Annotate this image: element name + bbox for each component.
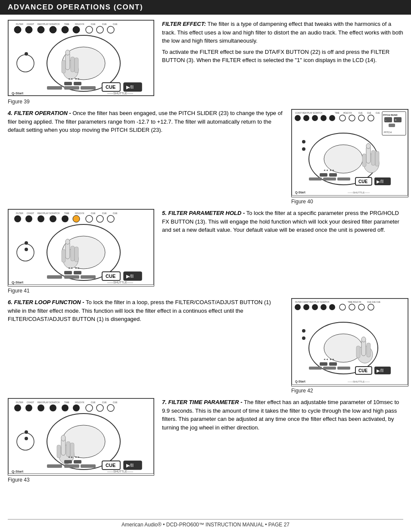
svg-point-13 <box>62 26 68 33</box>
svg-rect-79 <box>309 177 322 180</box>
figure-41-container: FILTER COAST REKYPLAY SCRATCH TIME HOLD … <box>8 209 154 294</box>
figure-39-svg: FILTER COAST REKYPLAY SCRATCH TIME HOLD … <box>8 20 154 96</box>
svg-text:FILTER: FILTER <box>16 212 23 215</box>
figure-41-label: Figure 41 <box>8 288 154 294</box>
svg-text:REKYPLAY SCRATCH: REKYPLAY SCRATCH <box>37 401 60 404</box>
svg-text:REKYPLAY SCRATCH: REKYPLAY SCRATCH <box>37 212 60 215</box>
svg-text:◄◄: ◄◄ <box>68 456 73 458</box>
svg-text:——SHUTTLE——: ——SHUTTLE—— <box>348 380 370 383</box>
filter-effect-text: FILTER EFFECT: The filter is a type of d… <box>162 20 403 67</box>
svg-rect-122 <box>64 275 79 279</box>
svg-point-193 <box>25 437 28 440</box>
figure-42-svg: FILTER COAST REKYPLAY SCRATCH TIME HOLD … <box>292 299 408 385</box>
svg-text:CUE: CUE <box>367 112 371 114</box>
filter-loop-title: 6. FILTER LOOP FUNCTION - <box>8 299 84 305</box>
figure-41-svg: FILTER COAST REKYPLAY SCRATCH TIME HOLD … <box>8 209 154 285</box>
footer-text: American Audio® • DCD-PRO600™ INSTRUCTIO… <box>121 522 290 528</box>
svg-rect-157 <box>323 367 336 370</box>
svg-point-192 <box>25 430 28 434</box>
svg-text:PITCH: PITCH <box>384 131 392 134</box>
svg-point-51 <box>321 115 327 121</box>
svg-point-175 <box>25 404 32 411</box>
svg-point-149 <box>361 337 366 342</box>
svg-text:CUE: CUE <box>91 401 96 404</box>
svg-text:TIME: TIME <box>64 212 70 215</box>
svg-rect-32 <box>47 86 62 90</box>
svg-point-143 <box>302 329 305 333</box>
svg-rect-150 <box>367 343 371 357</box>
svg-point-23 <box>65 50 70 55</box>
svg-text:CUE: CUE <box>113 23 118 25</box>
svg-point-98 <box>25 215 32 222</box>
filter-param-hold-title: 5. FILTER PARAMETER HOLD - <box>162 210 245 216</box>
svg-text:COAST: COAST <box>27 401 34 404</box>
svg-text:COAST REKYPLAY SCRATCH: COAST REKYPLAY SCRATCH <box>295 112 322 114</box>
figure-40-container: COAST REKYPLAY SCRATCH TIME HOLD FX CUE … <box>291 109 403 205</box>
svg-text:►►: ►► <box>75 267 80 269</box>
svg-point-142 <box>368 304 374 310</box>
svg-text:+: + <box>395 118 397 122</box>
svg-point-17 <box>107 26 114 33</box>
svg-text:——SHUTTLE——: ——SHUTTLE—— <box>348 191 370 194</box>
svg-text:TIME HOLD FX: TIME HOLD FX <box>348 301 361 303</box>
svg-point-97 <box>14 215 21 222</box>
svg-point-15 <box>86 26 93 33</box>
svg-rect-112 <box>71 246 75 261</box>
svg-text:TIME: TIME <box>64 401 70 404</box>
svg-point-55 <box>358 115 364 121</box>
svg-rect-63 <box>389 124 395 127</box>
svg-point-103 <box>86 215 93 222</box>
svg-point-138 <box>329 304 335 310</box>
svg-text:CUE: CUE <box>102 23 107 25</box>
svg-rect-197 <box>74 460 81 464</box>
svg-point-111 <box>65 239 70 244</box>
figure-43-container: FILTER COAST REKYPLAY SCRATCH TIME HOLD … <box>8 398 154 483</box>
svg-text:Q-Start: Q-Start <box>295 191 305 194</box>
svg-rect-74 <box>362 154 366 167</box>
svg-point-100 <box>50 215 56 222</box>
svg-point-136 <box>312 304 318 310</box>
svg-text:◄◄: ◄◄ <box>323 169 328 171</box>
svg-rect-30 <box>64 82 72 85</box>
svg-text:CUE: CUE <box>376 112 380 114</box>
svg-rect-72 <box>371 150 375 165</box>
svg-text:CUE: CUE <box>113 212 118 215</box>
figure-43-label: Figure 43 <box>8 477 154 483</box>
svg-rect-34 <box>81 86 96 90</box>
figure-42-container: FILTER COAST REKYPLAY SCRATCH TIME HOLD … <box>291 298 403 394</box>
svg-rect-25 <box>75 58 78 73</box>
figure-43-svg: FILTER COAST REKYPLAY SCRATCH TIME HOLD … <box>8 398 154 474</box>
svg-text:▶/II: ▶/II <box>126 84 134 90</box>
svg-text:HOLD FX: HOLD FX <box>75 23 84 25</box>
svg-point-53 <box>339 115 346 121</box>
figure-39-label: Figure 39 <box>8 99 154 105</box>
svg-point-106 <box>17 244 34 261</box>
svg-point-101 <box>62 215 68 222</box>
svg-text:HOLD FX: HOLD FX <box>75 212 84 215</box>
svg-text:▶/II: ▶/II <box>377 179 383 184</box>
svg-point-11 <box>37 26 44 33</box>
svg-point-174 <box>14 404 21 411</box>
svg-text:HOLD FX: HOLD FX <box>75 401 84 404</box>
svg-rect-114 <box>62 249 65 262</box>
figure-40-label: Figure 40 <box>291 199 403 205</box>
svg-rect-81 <box>337 177 350 180</box>
svg-rect-196 <box>64 460 72 464</box>
svg-point-54 <box>349 115 355 121</box>
svg-text:TIME: TIME <box>64 23 70 25</box>
svg-rect-78 <box>329 173 337 177</box>
svg-point-12 <box>50 26 56 33</box>
svg-text:CUE: CUE <box>102 212 107 215</box>
svg-point-27 <box>25 52 28 56</box>
svg-rect-120 <box>74 271 81 274</box>
svg-point-71 <box>366 143 371 149</box>
figure-40-svg: COAST REKYPLAY SCRATCH TIME HOLD FX CUE … <box>292 109 408 196</box>
svg-text:CUE: CUE <box>106 84 115 90</box>
svg-text:▶/II: ▶/II <box>126 274 134 279</box>
svg-point-137 <box>321 304 327 310</box>
svg-rect-123 <box>81 275 96 279</box>
svg-rect-199 <box>64 464 79 468</box>
svg-text:CUE CUE CUE: CUE CUE CUE <box>367 301 380 303</box>
svg-text:CUE: CUE <box>358 179 367 184</box>
svg-point-105 <box>107 215 114 222</box>
